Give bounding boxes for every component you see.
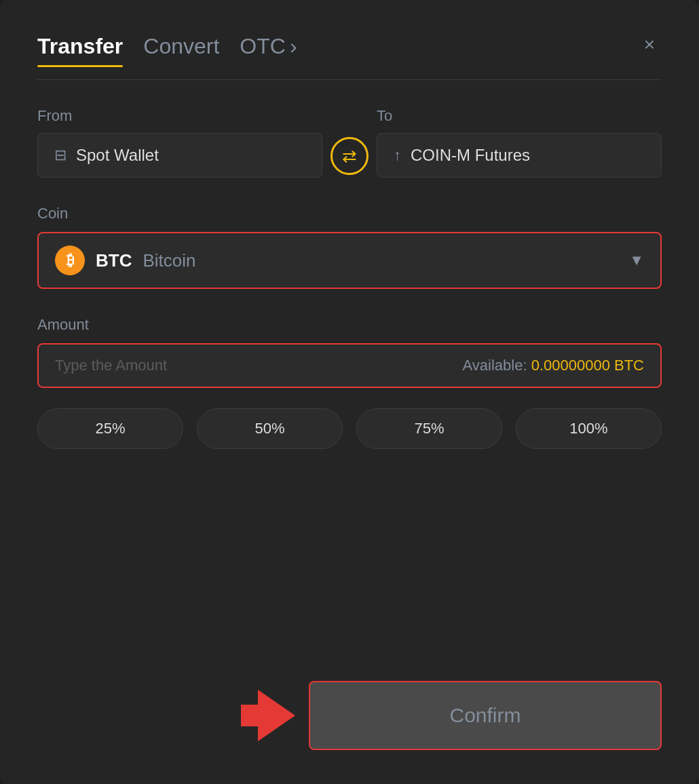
coin-label: Coin [37, 205, 662, 222]
amount-available: Available: 0.00000000 BTC [463, 357, 644, 374]
amount-input-box[interactable]: Type the Amount Available: 0.00000000 BT… [37, 343, 662, 388]
confirm-row: Confirm [37, 681, 662, 750]
pct-100-button[interactable]: 100% [516, 408, 662, 449]
from-side: From ⊟ Spot Wallet [37, 107, 322, 178]
tab-convert[interactable]: Convert [143, 34, 219, 67]
close-button[interactable]: × [637, 33, 662, 57]
to-wallet-selector[interactable]: ↑ COIN-M Futures [377, 133, 662, 178]
arrow-wrapper [173, 690, 309, 741]
tab-otc[interactable]: OTC › [240, 34, 297, 67]
amount-placeholder: Type the Amount [55, 357, 167, 374]
arrow-right-icon [258, 690, 295, 741]
from-wallet-name: Spot Wallet [76, 146, 159, 165]
header-divider [37, 79, 662, 80]
coin-symbol: BTC [96, 250, 132, 271]
confirm-button[interactable]: Confirm [309, 681, 662, 750]
tab-transfer[interactable]: Transfer [37, 34, 123, 67]
amount-label: Amount [37, 316, 662, 334]
card-icon: ⊟ [54, 146, 67, 164]
coin-full-name: Bitcoin [143, 250, 195, 271]
percentage-row: 25% 50% 75% 100% [37, 408, 662, 449]
coin-selector[interactable]: ₿ BTC Bitcoin ▼ [37, 232, 662, 289]
modal-header: Transfer Convert OTC › [37, 34, 662, 67]
pct-75-button[interactable]: 75% [356, 408, 502, 449]
to-label: To [377, 107, 662, 125]
swap-icon: ⇄ [342, 146, 357, 167]
to-wallet-name: COIN-M Futures [411, 146, 530, 165]
transfer-modal: Transfer Convert OTC › × From ⊟ Spot Wal… [0, 0, 699, 784]
btc-icon: ₿ [55, 246, 85, 275]
pct-25-button[interactable]: 25% [37, 408, 183, 449]
swap-button-wrapper: ⇄ [322, 137, 377, 178]
to-side: To ↑ COIN-M Futures [377, 107, 662, 178]
transfer-from-to-row: From ⊟ Spot Wallet ⇄ To ↑ COIN-M Futures [37, 107, 662, 178]
chevron-down-icon: ▼ [629, 252, 644, 269]
swap-button[interactable]: ⇄ [330, 137, 369, 175]
chevron-right-icon: › [290, 34, 297, 59]
from-label: From [37, 107, 322, 125]
pct-50-button[interactable]: 50% [197, 408, 343, 449]
futures-icon: ↑ [394, 146, 401, 164]
coin-section: Coin ₿ BTC Bitcoin ▼ [37, 205, 662, 316]
from-wallet-selector[interactable]: ⊟ Spot Wallet [37, 133, 322, 178]
available-value: 0.00000000 BTC [531, 357, 644, 374]
amount-section: Amount Type the Amount Available: 0.0000… [37, 316, 662, 408]
